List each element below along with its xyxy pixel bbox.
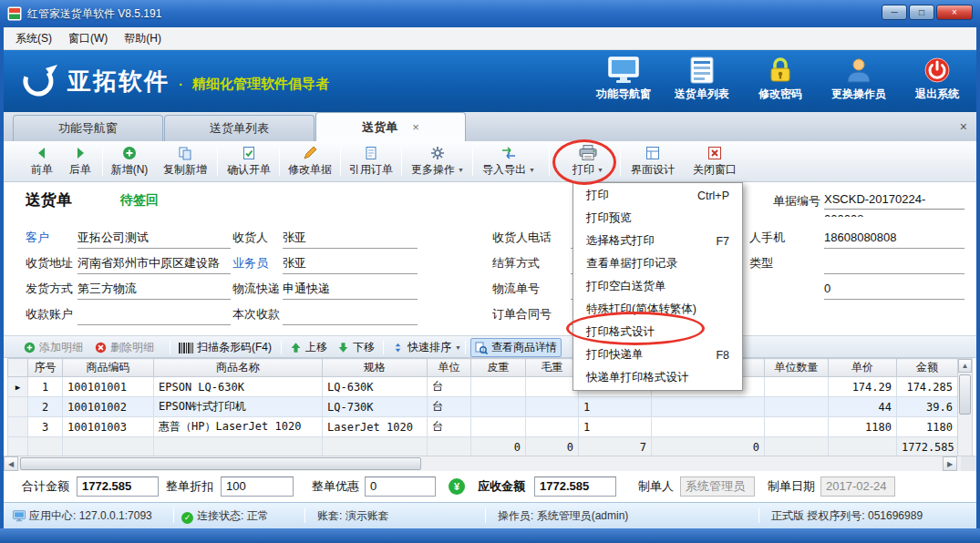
prev-order-button[interactable]: 前单: [22, 143, 62, 179]
customer-label[interactable]: 客户: [26, 226, 49, 250]
col-spec[interactable]: 规格: [323, 359, 428, 377]
cell-unit-qty[interactable]: [765, 397, 829, 417]
banner-action-exit[interactable]: 退出系统: [909, 56, 965, 102]
col-tare[interactable]: 皮重: [471, 359, 526, 377]
close-button[interactable]: ×: [936, 5, 973, 20]
menu-item-express-format-design[interactable]: 快递单打印格式设计: [573, 366, 742, 389]
cell-unit-qty[interactable]: [765, 417, 829, 437]
modify-order-button[interactable]: 修改单据: [282, 143, 338, 179]
account-field[interactable]: [77, 303, 231, 325]
cell-seq[interactable]: 3: [28, 417, 63, 437]
cell-product-name[interactable]: EPSON LQ-630K: [154, 377, 323, 397]
vertical-scrollbar[interactable]: ▲ ▼: [957, 358, 973, 471]
menu-item-view-print-log[interactable]: 查看单据打印记录: [573, 252, 742, 275]
cell-product-name[interactable]: EPSON针式打印机: [154, 397, 323, 417]
next-order-button[interactable]: 后单: [60, 143, 100, 179]
col-product-name[interactable]: 商品名称: [154, 359, 323, 377]
scroll-left-icon[interactable]: ◀: [4, 456, 18, 471]
reference-order-button[interactable]: 引用订单: [343, 143, 399, 179]
cell-gross[interactable]: [526, 417, 579, 437]
receivable-field[interactable]: 1772.585: [534, 476, 616, 497]
cell-amount[interactable]: 39.6: [897, 397, 958, 417]
col-product-code[interactable]: 商品编码: [63, 359, 154, 377]
more-actions-button[interactable]: 更多操作▼: [405, 143, 470, 179]
import-export-button[interactable]: 导入导出▼: [476, 143, 542, 179]
cell-spec[interactable]: LQ-730K: [323, 397, 428, 417]
cell-product-code[interactable]: 100101003: [63, 417, 154, 437]
menu-item-select-format-print[interactable]: 选择格式打印F7: [573, 230, 742, 252]
move-down-button[interactable]: 下移: [334, 338, 378, 357]
add-new-button[interactable]: 新增(N): [106, 143, 153, 179]
cell-gross[interactable]: [526, 397, 579, 417]
cell-product-code[interactable]: 100101001: [63, 377, 154, 397]
menu-item-special-print[interactable]: 特殊打印(简体转繁体): [573, 298, 742, 321]
type-field[interactable]: [824, 252, 965, 274]
customer-field[interactable]: 亚拓公司测试: [77, 227, 231, 249]
salesman-label[interactable]: 业务员: [232, 251, 268, 275]
menu-item-window[interactable]: 窗口(W): [60, 27, 116, 49]
cell-seq[interactable]: 2: [28, 397, 63, 417]
ship-method-field[interactable]: 第三方物流: [77, 278, 231, 300]
tab-delivery-order[interactable]: 送货单×: [315, 112, 466, 141]
vertical-scroll-thumb[interactable]: [959, 374, 971, 415]
menu-item-print[interactable]: 打印Ctrl+P: [573, 184, 742, 207]
col-seq[interactable]: 序号: [28, 359, 63, 377]
cell-gross[interactable]: [526, 377, 579, 397]
menu-item-print-format-design[interactable]: 打印格式设计: [573, 321, 742, 343]
col-amount[interactable]: 金额: [897, 359, 958, 377]
delete-detail-button[interactable]: 删除明细: [91, 338, 158, 357]
total-amount-field[interactable]: 1772.585: [77, 476, 159, 497]
cell-unit[interactable]: 台: [428, 397, 471, 417]
cell-unit[interactable]: 台: [428, 417, 471, 437]
close-window-button[interactable]: 关闭窗口: [686, 143, 744, 179]
menu-item-help[interactable]: 帮助(H): [116, 27, 170, 49]
maximize-button[interactable]: □: [909, 5, 934, 20]
cell-tare[interactable]: [471, 397, 526, 417]
cell-extra[interactable]: [652, 397, 765, 417]
col-unit-qty[interactable]: 单位数量: [765, 359, 829, 377]
discount-field[interactable]: 100: [221, 476, 294, 497]
cell-tare[interactable]: [471, 417, 526, 437]
cell-seq[interactable]: 1: [28, 377, 63, 397]
cell-unit[interactable]: 台: [428, 377, 471, 397]
col-gross[interactable]: 毛重: [526, 359, 579, 377]
receiver-mobile-field[interactable]: 18608080808: [824, 227, 965, 249]
minimize-button[interactable]: ─: [882, 5, 907, 20]
scroll-right-icon[interactable]: ▶: [943, 456, 957, 471]
banner-action-change-password[interactable]: 修改密码: [752, 56, 809, 102]
horizontal-scroll-thumb[interactable]: [20, 457, 421, 470]
ui-design-button[interactable]: 界面设计: [624, 143, 682, 179]
banner-action-nav-window[interactable]: 功能导航窗: [595, 56, 652, 102]
menu-item-print-preview[interactable]: 打印预览: [573, 207, 742, 230]
cell-spec[interactable]: LQ-630K: [323, 377, 428, 397]
cell-amount[interactable]: 1180: [897, 417, 958, 437]
view-product-detail-button[interactable]: 查看商品详情: [470, 338, 562, 357]
banner-action-switch-operator[interactable]: 更换操作员: [830, 56, 887, 102]
banner-action-order-list[interactable]: 送货单列表: [674, 56, 730, 102]
horizontal-scrollbar[interactable]: ◀ ▶: [4, 456, 976, 471]
reduction-field[interactable]: 0: [365, 476, 436, 497]
logistics-field[interactable]: 申通快递: [283, 278, 418, 300]
add-detail-button[interactable]: 添加明细: [20, 338, 87, 357]
quick-sort-button[interactable]: 快速排序 ▼: [388, 338, 465, 357]
cell-amount[interactable]: 174.285: [897, 377, 958, 397]
cell-extra[interactable]: [652, 417, 765, 437]
cell-product-code[interactable]: 100101002: [63, 397, 154, 417]
tabstrip-close-icon[interactable]: ×: [960, 119, 967, 134]
cell-product-name[interactable]: 惠普（HP）LaserJet 1020: [154, 417, 323, 437]
cell-unit-price[interactable]: 1180: [829, 417, 897, 437]
cell-unit-qty[interactable]: [765, 377, 829, 397]
col-unit[interactable]: 单位: [428, 359, 471, 377]
menu-item-print-blank-order[interactable]: 打印空白送货单: [573, 275, 742, 298]
address-field[interactable]: 河南省郑州市中原区建设路: [77, 252, 231, 274]
payment-field[interactable]: [283, 303, 418, 325]
cell-tare[interactable]: [471, 377, 526, 397]
receiver-field[interactable]: 张亚: [283, 227, 418, 249]
tab-close-icon[interactable]: ×: [412, 120, 419, 134]
scroll-up-icon[interactable]: ▲: [958, 359, 972, 373]
menu-item-print-express[interactable]: 打印快递单F8: [573, 343, 742, 366]
confirm-order-button[interactable]: 确认开单: [221, 143, 277, 179]
cell-qty[interactable]: 1: [579, 397, 652, 417]
cell-unit-price[interactable]: 44: [829, 397, 897, 417]
scan-barcode-button[interactable]: 扫描条形码(F4): [175, 338, 275, 357]
